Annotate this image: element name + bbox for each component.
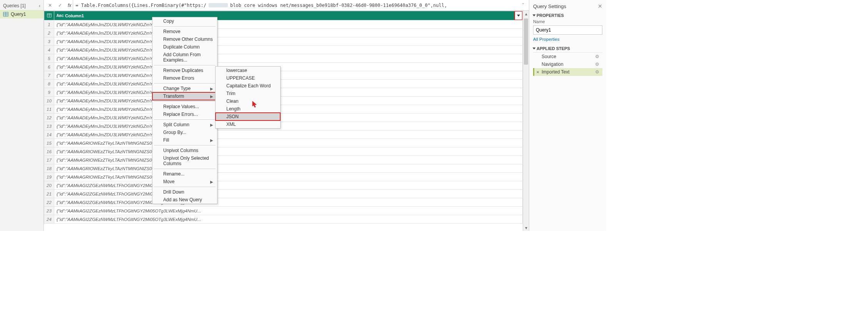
table-row[interactable]: 3{"id":"AAMkADEyMmJmZDU3LWM0YzktNGZmYS1h…: [44, 37, 523, 46]
menu-item-copy[interactable]: Copy: [152, 17, 217, 25]
row-number[interactable]: 6: [44, 63, 54, 71]
row-number[interactable]: 23: [44, 207, 54, 215]
menu-item-remove-errors[interactable]: Remove Errors: [152, 74, 217, 82]
table-row[interactable]: 14{"id":"AAMkADEyMmJmZDU3LWM0YzktNGZmYS1…: [44, 130, 523, 139]
cell-value[interactable]: {"id":"AAMkADEyMmJmZDU3LWM0YzktNGZmYS1hN…: [54, 54, 523, 63]
cell-value[interactable]: {"id":"AAMkADEyMmJmZDU3LWM0YzktNGZmYS1hN…: [54, 80, 523, 88]
row-number[interactable]: 15: [44, 139, 54, 147]
table-row[interactable]: 6{"id":"AAMkADEyMmJmZDU3LWM0YzktNGZmYS1h…: [44, 63, 523, 71]
table-row[interactable]: 7{"id":"AAMkADEyMmJmZDU3LWM0YzktNGZmYS1h…: [44, 71, 523, 80]
table-row[interactable]: 12{"id":"AAMkADEyMmJmZDU3LWM0YzktNGZmYS1…: [44, 114, 523, 122]
menu-item-rename[interactable]: Rename...: [152, 170, 217, 178]
row-number[interactable]: 2: [44, 29, 54, 37]
table-row[interactable]: 4{"id":"AAMkADEyMmJmZDU3LWM0YzktNGZmYS1h…: [44, 46, 523, 54]
cell-value[interactable]: {"id":"AAMkADEyMmJmZDU3LWM0YzktNGZmYS1hN…: [54, 71, 523, 80]
cell-value[interactable]: {"id":"AAMkAGI2ZGEzNWMzLTFhOGItNGY2Mi05O…: [54, 215, 523, 224]
submenu-item-uppercase[interactable]: UPPERCASE: [216, 74, 280, 82]
table-row[interactable]: 13{"id":"AAMkADEyMmJmZDU3LWM0YzktNGZmYS1…: [44, 122, 523, 130]
row-number[interactable]: 20: [44, 181, 54, 190]
cell-value[interactable]: {"id":"AAMkADEyMmJmZDU3LWM0YzktNGZmYS1hN…: [54, 130, 523, 139]
row-number[interactable]: 22: [44, 198, 54, 207]
submenu-item-xml[interactable]: XML: [216, 120, 280, 128]
row-number[interactable]: 3: [44, 37, 54, 46]
cell-value[interactable]: {"id":"AAMkAGRlOWEzZTkyLTAzNTMtNGNlZS04Y…: [54, 173, 523, 181]
row-number[interactable]: 24: [44, 215, 54, 224]
table-row[interactable]: 8{"id":"AAMkADEyMmJmZDU3LWM0YzktNGZmYS1h…: [44, 80, 523, 88]
row-number[interactable]: 7: [44, 71, 54, 80]
table-row[interactable]: 24{"id":"AAMkAGI2ZGEzNWMzLTFhOGItNGY2Mi0…: [44, 215, 523, 224]
menu-item-add-column-from-examples[interactable]: Add Column From Examples...: [152, 51, 217, 64]
gear-icon[interactable]: ⚙: [595, 62, 599, 67]
submenu-item-trim[interactable]: Trim: [216, 90, 280, 97]
cell-value[interactable]: {"id":"AAMkADEyMmJmZDU3LWM0YzktNGZmYS1hN…: [54, 29, 523, 37]
scroll-down-icon[interactable]: ▾: [523, 225, 529, 231]
submenu-item-length[interactable]: Length: [216, 105, 280, 113]
cancel-formula-icon[interactable]: ✕: [46, 2, 54, 9]
cell-value[interactable]: {"id":"AAMkAGRlOWEzZTkyLTAzNTMtNGNlZS04Y…: [54, 156, 523, 164]
menu-item-unpivot-columns[interactable]: Unpivot Columns: [152, 147, 217, 154]
row-number[interactable]: 10: [44, 97, 54, 105]
row-number[interactable]: 21: [44, 190, 54, 198]
cell-value[interactable]: {"id":"AAMkADEyMmJmZDU3LWM0YzktNGZmYS1hN…: [54, 114, 523, 122]
properties-section-header[interactable]: PROPERTIES: [533, 13, 602, 18]
submenu-item-json[interactable]: JSON: [216, 113, 280, 120]
expand-formula-icon[interactable]: ˅: [520, 3, 527, 8]
row-number[interactable]: 11: [44, 105, 54, 114]
formula-input[interactable]: = Table.FromColumns({Lines.FromBinary(#"…: [75, 3, 517, 8]
applied-steps-header[interactable]: APPLIED STEPS: [533, 46, 602, 51]
query-name-input[interactable]: [533, 25, 602, 35]
menu-item-unpivot-only-selected-columns[interactable]: Unpivot Only Selected Columns: [152, 154, 217, 167]
cell-value[interactable]: {"id":"AAMkADEyMmJmZDU3LWM0YzktNGZmYS1hN…: [54, 37, 523, 46]
menu-item-split-column[interactable]: Split Column▶: [152, 121, 217, 129]
cell-value[interactable]: {"id":"AAMkAGI2ZGEzNWMzLTFhOGItNGY2Mi05O…: [54, 198, 523, 207]
row-number[interactable]: 5: [44, 54, 54, 63]
cell-value[interactable]: {"id":"AAMkAGRlOWEzZTkyLTAzNTMtNGNlZS04Y…: [54, 147, 523, 156]
cell-value[interactable]: {"id":"AAMkAGRlOWEzZTkyLTAzNTMtNGNlZS04Y…: [54, 139, 523, 147]
menu-item-remove[interactable]: Remove: [152, 28, 217, 35]
close-settings-icon[interactable]: ✕: [598, 3, 602, 9]
menu-item-remove-duplicates[interactable]: Remove Duplicates: [152, 67, 217, 74]
row-number[interactable]: 18: [44, 164, 54, 173]
row-number[interactable]: 16: [44, 147, 54, 156]
table-row[interactable]: 22{"id":"AAMkAGI2ZGEzNWMzLTFhOGItNGY2Mi0…: [44, 198, 523, 207]
row-number[interactable]: 9: [44, 88, 54, 97]
menu-item-transform[interactable]: Transform▶: [152, 92, 217, 100]
vertical-scrollbar[interactable]: ▴ ▾: [523, 11, 529, 231]
row-number[interactable]: 13: [44, 122, 54, 130]
cell-value[interactable]: {"id":"AAMkADEyMmJmZDU3LWM0YzktNGZmYS1hN…: [54, 88, 523, 97]
row-number[interactable]: 17: [44, 156, 54, 164]
column-header-column1[interactable]: ABC Column1: [54, 11, 523, 20]
cell-value[interactable]: {"id":"AAMkAGI2ZGEzNWMzLTFhOGItNGY2Mi05O…: [54, 190, 523, 198]
table-row[interactable]: 9{"id":"AAMkADEyMmJmZDU3LWM0YzktNGZmYS1h…: [44, 88, 523, 97]
menu-item-replace-errors[interactable]: Replace Errors...: [152, 110, 217, 118]
submenu-item-clean[interactable]: Clean: [216, 97, 280, 105]
table-row[interactable]: 18{"id":"AAMkAGRlOWEzZTkyLTAzNTMtNGNlZS0…: [44, 164, 523, 173]
cell-value[interactable]: {"id":"AAMkADEyMmJmZDU3LWM0YzktNGZmYS1hN…: [54, 122, 523, 130]
menu-item-change-type[interactable]: Change Type▶: [152, 85, 217, 92]
cell-value[interactable]: {"id":"AAMkAGI2ZGEzNWMzLTFhOGItNGY2Mi05O…: [54, 207, 523, 215]
collapse-queries-icon[interactable]: ‹: [39, 3, 40, 8]
cell-value[interactable]: {"id":"AAMkADEyMmJmZDU3LWM0YzktNGZmYS1hN…: [54, 46, 523, 54]
cell-value[interactable]: {"id":"AAMkADEyMmJmZDU3LWM0YzktNGZmYS1hN…: [54, 20, 523, 29]
table-row[interactable]: 21{"id":"AAMkAGI2ZGEzNWMzLTFhOGItNGY2Mi0…: [44, 190, 523, 198]
gear-icon[interactable]: ⚙: [595, 69, 599, 75]
table-row[interactable]: 23{"id":"AAMkAGI2ZGEzNWMzLTFhOGItNGY2Mi0…: [44, 207, 523, 215]
row-number[interactable]: 14: [44, 130, 54, 139]
row-number[interactable]: 1: [44, 20, 54, 29]
column-type-icon[interactable]: ABC: [57, 13, 64, 19]
table-row[interactable]: 2{"id":"AAMkADEyMmJmZDU3LWM0YzktNGZmYS1h…: [44, 29, 523, 37]
menu-item-fill[interactable]: Fill▶: [152, 136, 217, 144]
table-row[interactable]: 20{"id":"AAMkAGI2ZGEzNWMzLTFhOGItNGY2Mi0…: [44, 181, 523, 190]
table-row[interactable]: 10{"id":"AAMkADEyMmJmZDU3LWM0YzktNGZmYS1…: [44, 97, 523, 105]
table-row[interactable]: 17{"id":"AAMkAGRlOWEzZTkyLTAzNTMtNGNlZS0…: [44, 156, 523, 164]
menu-item-group-by[interactable]: Group By...: [152, 129, 217, 136]
row-number[interactable]: 8: [44, 80, 54, 88]
table-corner[interactable]: [44, 11, 54, 20]
row-number[interactable]: 19: [44, 173, 54, 181]
table-row[interactable]: 15{"id":"AAMkAGRlOWEzZTkyLTAzNTMtNGNlZS0…: [44, 139, 523, 147]
cell-value[interactable]: {"id":"AAMkAGRlOWEzZTkyLTAzNTMtNGNlZS04Y…: [54, 164, 523, 173]
confirm-formula-icon[interactable]: ✓: [56, 2, 64, 9]
scroll-thumb[interactable]: [524, 18, 528, 65]
table-row[interactable]: 11{"id":"AAMkADEyMmJmZDU3LWM0YzktNGZmYS1…: [44, 105, 523, 114]
gear-icon[interactable]: ⚙: [595, 54, 599, 59]
